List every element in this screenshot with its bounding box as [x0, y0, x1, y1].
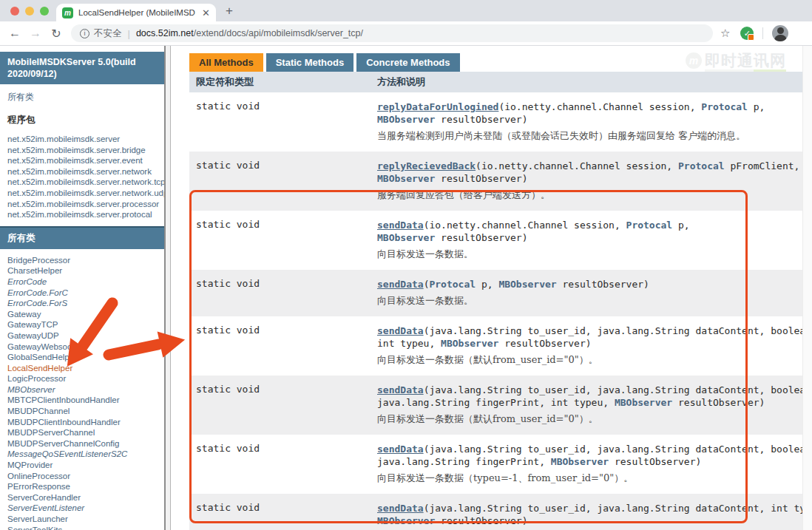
window-controls [10, 7, 49, 16]
sidebar-class-link[interactable]: ErrorCode [7, 277, 47, 286]
type-link[interactable]: Protocal [626, 220, 673, 231]
tab-static-methods[interactable]: Static Methods [266, 53, 353, 72]
sidebar-class-link-active[interactable]: LocalSendHelper [7, 364, 72, 373]
reload-icon[interactable]: ↻ [46, 27, 67, 41]
url-bar[interactable]: i 不安全 | docs.52im.net /extend/docs/api/m… [71, 24, 713, 42]
sidebar-class-link[interactable]: GatewayUDP [7, 331, 59, 340]
browser-tab-strip: m LocalSendHelper (MobileIMSD ✕ + [0, 0, 812, 21]
class-item: ErrorCode.ForS [7, 298, 157, 309]
page-info-icon[interactable]: i [80, 29, 89, 38]
sidebar-class-link[interactable]: MQProvider [7, 461, 53, 469]
type-link[interactable]: MBObserver [377, 232, 435, 243]
sidebar-class-link[interactable]: PErrorResponse [7, 482, 70, 491]
sidebar-class-link[interactable]: ErrorCode.ForC [7, 288, 68, 297]
sidebar-class-link[interactable]: ServerEventListener [7, 503, 84, 512]
profile-avatar[interactable] [772, 25, 788, 41]
class-item: LocalSendHelper [7, 363, 157, 374]
all-classes-link[interactable]: 所有类 [0, 84, 164, 105]
sidebar-class-link[interactable]: Gateway [7, 310, 41, 319]
forward-icon[interactable]: → [25, 27, 46, 40]
sidebar-class-link[interactable]: MBUDPChannel [7, 407, 70, 415]
class-item: MessageQoSEventListenerS2C [7, 449, 157, 460]
type-link[interactable]: MBObserver [377, 173, 435, 184]
sidebar-package-link[interactable]: net.x52im.mobileimsdk.server.bridge [7, 146, 146, 154]
tab-close-icon[interactable]: ✕ [202, 7, 210, 18]
browser-tab[interactable]: m LocalSendHelper (MobileIMSD ✕ [56, 4, 216, 21]
back-icon[interactable]: ← [4, 27, 25, 40]
sidebar-package-link[interactable]: net.x52im.mobileimsdk.server.processor [7, 200, 159, 208]
type-link[interactable]: MBObserver [377, 114, 435, 125]
type-link[interactable]: Protocal [678, 160, 725, 171]
extension-icon[interactable]: ✓ [740, 27, 754, 40]
class-item: GatewayUDP [7, 330, 157, 342]
method-link[interactable]: sendData [377, 503, 424, 514]
sidebar-class-link[interactable]: LogicProcessor [7, 374, 66, 383]
type-link[interactable]: Protocal [429, 279, 476, 290]
sidebar-package-link[interactable]: net.x52im.mobileimsdk.server.event [7, 156, 143, 165]
sidebar-class-link[interactable]: MessageQoSEventListenerS2C [7, 449, 127, 458]
package-item: net.x52im.mobileimsdk.server.bridge [7, 145, 157, 156]
method-link[interactable]: replyDataForUnlogined [377, 101, 498, 112]
sidebar-class-link[interactable]: GatewayTCP [7, 320, 58, 329]
tab-all-methods[interactable]: All Methods [189, 53, 263, 72]
url-separator: | [128, 28, 130, 39]
sidebar-package-link[interactable]: net.x52im.mobileimsdk.server [7, 135, 120, 143]
tab-concrete-methods[interactable]: Concrete Methods [356, 53, 459, 72]
sidebar-class-link[interactable]: OnlineProcessor [7, 472, 70, 480]
sidebar-class-link[interactable]: ServerLauncher [7, 514, 68, 523]
method-link[interactable]: sendData [377, 444, 424, 455]
type-link[interactable]: MBObserver [551, 456, 609, 467]
method-signature: sendData(java.lang.String to_user_id, ja… [377, 502, 812, 527]
sidebar-class-link[interactable]: BridgeProcessor [7, 256, 70, 265]
bookmark-star-icon[interactable]: ☆ [720, 27, 730, 40]
method-link[interactable]: sendData [377, 325, 424, 336]
method-description: 向目标发送一条数据（默认from_user_id="0"）。 [377, 412, 812, 426]
sidebar-scrollbar[interactable] [164, 46, 171, 530]
class-item: ErrorCode.ForC [7, 288, 157, 299]
sidebar-package-link[interactable]: net.x52im.mobileimsdk.server.protocal [7, 210, 152, 219]
method-cell: sendData(Protocal p, MBObserver resultOb… [377, 278, 803, 308]
sidebar-class-link[interactable]: GatewayWebsocket [7, 342, 83, 351]
method-link[interactable]: sendData [377, 220, 424, 231]
sidebar-class-link[interactable]: CharsetHelper [7, 266, 62, 275]
method-row: static voidsendData(java.lang.String to_… [189, 316, 803, 376]
sidebar-package-link[interactable]: net.x52im.mobileimsdk.server.network [7, 167, 152, 176]
modifier-type: static void [196, 502, 377, 530]
class-item: GatewayTCP [7, 319, 157, 330]
content-scrollbar[interactable] [802, 46, 812, 530]
method-cell: sendData(java.lang.String to_user_id, ja… [377, 325, 812, 367]
type-link[interactable]: Protocal [701, 101, 748, 112]
method-cell: sendData(io.netty.channel.Channel sessio… [377, 219, 803, 261]
method-row: static voidsendData(java.lang.String to_… [189, 494, 803, 530]
packages-heading: 程序包 [0, 105, 164, 132]
method-link[interactable]: replyRecievedBack [377, 160, 476, 171]
type-link[interactable]: MBObserver [441, 338, 498, 349]
packages-list: net.x52im.mobileimsdk.servernet.x52im.mo… [0, 132, 164, 226]
class-item: PErrorResponse [7, 481, 157, 492]
modifier-type: static void [196, 219, 377, 261]
type-link[interactable]: MBObserver [377, 515, 435, 526]
sidebar-class-link[interactable]: ServerCoreHandler [7, 493, 81, 502]
type-link[interactable]: MBObserver [498, 279, 556, 290]
maximize-window-button[interactable] [40, 7, 49, 16]
sidebar-class-link[interactable]: MBUDPServerChannelConfig [7, 439, 119, 448]
col-modifier-type: 限定符和类型 [196, 75, 377, 89]
sidebar-class-link[interactable]: ErrorCode.ForS [7, 299, 67, 308]
method-link[interactable]: sendData [377, 279, 424, 290]
sidebar-class-link[interactable]: MBUDPClientInboundHandler [7, 418, 121, 427]
method-link[interactable]: sendData [377, 384, 424, 395]
minimize-window-button[interactable] [25, 7, 34, 16]
watermark-logo-icon: m [686, 52, 702, 69]
sidebar-class-link[interactable]: MBUDPServerChannel [7, 428, 95, 437]
close-window-button[interactable] [10, 7, 19, 16]
sidebar-class-link[interactable]: MBObserver [7, 385, 55, 394]
sidebar-class-link[interactable]: MBTCPClientInboundHandler [7, 395, 120, 404]
sidebar-class-link[interactable]: ServerToolKits [7, 526, 62, 530]
method-description: 向目标发送一条数据（默认from_user_id="0"）。 [377, 353, 812, 367]
type-link[interactable]: MBObserver [615, 397, 672, 408]
sidebar-package-link[interactable]: net.x52im.mobileimsdk.server.network.tcp [7, 177, 164, 186]
sidebar-package-link[interactable]: net.x52im.mobileimsdk.server.network.udp [7, 188, 164, 197]
sidebar-class-link[interactable]: GlobalSendHelper [7, 353, 77, 361]
class-item: MQProvider [7, 460, 157, 471]
new-tab-button[interactable]: + [226, 4, 233, 18]
